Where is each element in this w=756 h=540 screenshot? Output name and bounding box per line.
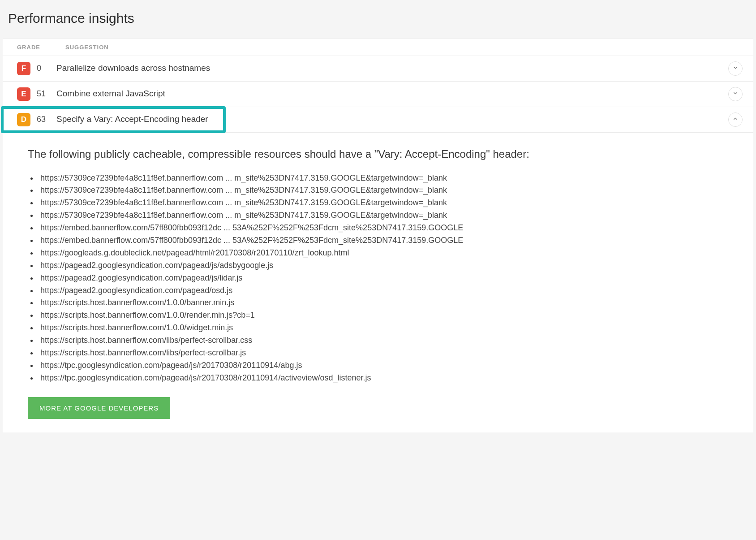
grade-badge: E — [17, 87, 30, 101]
list-item: https://57309ce7239bfe4a8c11f8ef.bannerf… — [38, 197, 728, 209]
suggestion-text: Combine external JavaScript — [56, 87, 728, 100]
grade-badge: D — [17, 113, 30, 126]
chevron-down-icon — [732, 88, 739, 100]
grade-score: 0 — [30, 62, 56, 74]
list-item: https://pagead2.googlesyndication.com/pa… — [38, 259, 728, 272]
list-item: https://57309ce7239bfe4a8c11f8ef.bannerf… — [38, 209, 728, 222]
list-item: https://57309ce7239bfe4a8c11f8ef.bannerf… — [38, 184, 728, 197]
insight-detail: The following publicly cacheable, compre… — [3, 133, 753, 432]
grade-score: 51 — [30, 88, 56, 100]
insight-row[interactable]: E 51 Combine external JavaScript — [3, 82, 753, 107]
suggestion-text: Parallelize downloads across hostnames — [56, 62, 728, 75]
grade-badge: F — [17, 62, 30, 75]
expand-toggle[interactable] — [728, 112, 743, 127]
list-item: https://tpc.googlesyndication.com/pagead… — [38, 359, 728, 372]
chevron-down-icon — [732, 62, 739, 74]
detail-intro: The following publicly cacheable, compre… — [28, 146, 728, 162]
list-item: https://scripts.host.bannerflow.com/1.0.… — [38, 297, 728, 309]
more-at-google-developers-button[interactable]: MORE AT GOOGLE DEVELOPERS — [28, 397, 170, 419]
list-item: https://embed.bannerflow.com/57ff800fbb0… — [38, 222, 728, 234]
insight-row[interactable]: F 0 Parallelize downloads across hostnam… — [3, 56, 753, 82]
page-title: Performance insights — [0, 0, 756, 38]
chevron-up-icon — [732, 113, 739, 125]
header-grade: GRADE — [17, 43, 65, 52]
list-item: https://pagead2.googlesyndication.com/pa… — [38, 285, 728, 297]
list-item: https://tpc.googlesyndication.com/pagead… — [38, 372, 728, 384]
list-item: https://57309ce7239bfe4a8c11f8ef.bannerf… — [38, 172, 728, 185]
list-item: https://embed.bannerflow.com/57ff800fbb0… — [38, 234, 728, 247]
list-item: https://pagead2.googlesyndication.com/pa… — [38, 272, 728, 285]
insights-panel: GRADE SUGGESTION F 0 Parallelize downloa… — [3, 38, 753, 432]
list-item: https://scripts.host.bannerflow.com/1.0.… — [38, 309, 728, 322]
header-suggestion: SUGGESTION — [65, 43, 743, 52]
detail-url-list: https://57309ce7239bfe4a8c11f8ef.bannerf… — [28, 172, 728, 384]
grade-score: 63 — [30, 113, 56, 125]
expand-toggle[interactable] — [728, 61, 743, 76]
list-item: https://googleads.g.doubleclick.net/page… — [38, 247, 728, 259]
list-item: https://scripts.host.bannerflow.com/libs… — [38, 334, 728, 347]
insight-row[interactable]: D 63 Specify a Vary: Accept-Encoding hea… — [3, 107, 753, 133]
list-item: https://scripts.host.bannerflow.com/1.0.… — [38, 322, 728, 334]
list-item: https://scripts.host.bannerflow.com/libs… — [38, 347, 728, 359]
table-header-row: GRADE SUGGESTION — [3, 38, 753, 56]
expand-toggle[interactable] — [728, 87, 743, 101]
suggestion-text: Specify a Vary: Accept-Encoding header — [56, 113, 728, 126]
